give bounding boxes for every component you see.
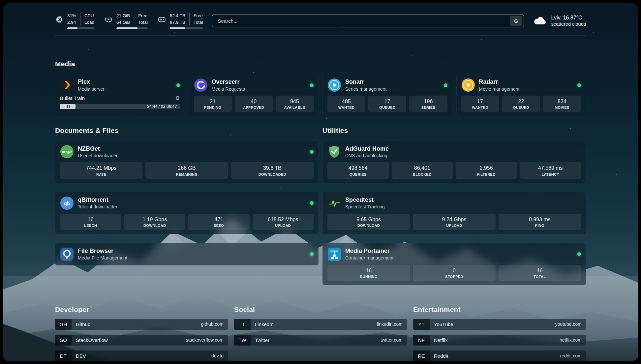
search-input[interactable]: [212, 14, 524, 27]
bookmark-name: Github: [76, 321, 90, 327]
status-dot: [176, 83, 180, 87]
svg-text:qb: qb: [64, 200, 70, 206]
bookmark-url: stackoverflow.com: [186, 337, 224, 343]
ram-metric: 21 GiB Free 64 GiB Total: [104, 13, 148, 29]
bookmark-abbr: GH: [55, 319, 72, 330]
section-media: Media Plex Media server: [55, 60, 586, 116]
bookmark-abbr: SO: [55, 335, 72, 346]
ram-total-value: 64 GiB: [116, 19, 134, 26]
cloud-icon: [533, 16, 547, 26]
service-name: qBittorrent: [78, 197, 117, 204]
sonarr-icon: [327, 78, 341, 92]
stat-blocked: 86,401 BLOCKED: [392, 162, 453, 178]
service-card-speedtest[interactable]: Speedtest Speedtest Tracking 9.65 Gbps D…: [322, 192, 586, 234]
service-subtitle: Torrent downloader: [78, 204, 117, 209]
bookmark-url: netflix.com: [560, 337, 582, 343]
weather-location: Lviv, 16.87°C: [551, 15, 586, 21]
pause-icon[interactable]: [67, 105, 68, 108]
service-name: Sonarr: [345, 78, 386, 86]
service-card-adguard[interactable]: AdGuard Home DNS and adblocking 498,564 …: [322, 140, 586, 183]
stat-rate: 744.21 Mbps RATE: [60, 162, 142, 178]
bookmark-name: StackOverflow: [76, 337, 108, 343]
stat-downloaded: 39.6 TB DOWNLOADED: [231, 162, 314, 178]
bookmark-abbr: YT: [413, 319, 430, 330]
bookmark-name: Twitter: [255, 337, 269, 343]
bookmark-url: github.com: [201, 321, 224, 327]
weather-widget: Lviv, 16.87°C scattered clouds: [533, 15, 586, 27]
gear-icon[interactable]: ⚙: [175, 96, 180, 101]
search-engine-button[interactable]: G: [510, 16, 522, 26]
radarr-icon: [461, 78, 475, 92]
ram-usage-bar: [116, 27, 148, 29]
section-title-developer: Developer: [55, 306, 228, 314]
service-name: Plex: [78, 78, 105, 86]
service-card-plex[interactable]: Plex Media server Bullet Train ⚙ 24:44: [55, 74, 185, 116]
ram-free-value: 21 GiB: [116, 13, 134, 19]
service-card-overseerr[interactable]: Overseerr Media Requests 21 PENDING 40 A…: [189, 74, 319, 116]
bookmark-github[interactable]: GH Github github.com: [55, 319, 228, 330]
bookmark-abbr: TW: [234, 335, 251, 346]
bookmark-name: LinkedIn: [255, 321, 274, 327]
service-card-sonarr[interactable]: Sonarr Series management 485 WANTED 17 Q…: [322, 74, 452, 116]
stat-total: 16 TOTAL: [499, 265, 581, 281]
bookmark-url: linkedin.com: [377, 321, 403, 327]
bookmark-dev[interactable]: DT DEV dev.to: [55, 350, 228, 361]
stat-queued: 22 QUEUED: [502, 96, 540, 112]
memory-icon: [104, 15, 113, 24]
ram-free-label: Free: [134, 13, 148, 19]
service-subtitle: Media server: [78, 86, 105, 92]
service-subtitle: Movie management: [479, 86, 520, 92]
cpu-load-label: Load: [80, 19, 94, 26]
stat-pending: 21 PENDING: [194, 96, 232, 112]
disk-total-label: Total: [189, 19, 203, 26]
bookmark-youtube[interactable]: YT YouTube youtube.com: [413, 319, 586, 330]
bookmark-stackoverflow[interactable]: SO StackOverflow stackoverflow.com: [55, 335, 228, 346]
cpu-load-value: 2.94: [67, 19, 80, 26]
service-card-radarr[interactable]: Radarr Movie management 17 WANTED 22 QUE…: [456, 74, 586, 116]
bookmark-reddit[interactable]: RE Reddit reddit.com: [413, 350, 586, 361]
section-title-social: Social: [234, 306, 407, 314]
bookmark-url: dev.to: [211, 353, 224, 358]
stat-leech: 16 LEECH: [60, 214, 121, 230]
stat-remaining: 266 GB REMAINING: [145, 162, 228, 178]
weather-condition: scattered clouds: [551, 21, 586, 27]
bookmark-abbr: NF: [413, 335, 430, 346]
speedtest-icon: [327, 196, 341, 210]
stat-download: 9.65 Gbps DOWNLOAD: [327, 214, 410, 230]
bookmark-netflix[interactable]: NF Netflix netflix.com: [413, 335, 586, 346]
qbittorrent-icon: qb: [60, 196, 74, 210]
service-subtitle: Series management: [345, 86, 386, 92]
bookmark-url: twitter.com: [381, 337, 403, 343]
service-subtitle: Speedtest Tracking: [345, 204, 385, 209]
bookmark-group-developer: Developer GH Github github.com SO StackO…: [55, 306, 228, 361]
service-name: Speedtest: [345, 197, 385, 204]
playback-progress-fill: [60, 104, 76, 109]
stat-seed: 471 SEED: [188, 214, 250, 230]
bookmark-name: Reddit: [434, 353, 448, 359]
service-subtitle: Usenet downloader: [78, 153, 118, 158]
stat-queued: 17 QUEUED: [368, 96, 406, 112]
status-dot: [310, 83, 314, 87]
section-title-entertainment: Entertainment: [413, 306, 586, 314]
search-bar: G: [212, 14, 524, 27]
disk-metric: 52.4 TB Free 97.9 TB Total: [158, 13, 203, 29]
stat-download: 1.19 Gbps DOWNLOAD: [124, 214, 186, 230]
service-name: Media Portainer: [345, 248, 393, 255]
adguard-icon: [327, 145, 341, 159]
service-name: File Browser: [78, 248, 127, 255]
ram-total-label: Total: [134, 19, 148, 26]
bookmark-twitter[interactable]: TW Twitter twitter.com: [234, 335, 407, 346]
section-utilities: Utilities: [322, 127, 586, 285]
service-card-qbittorrent[interactable]: qb qBittorrent Torrent downloader 16: [55, 192, 319, 234]
stat-running: 16 RUNNING: [327, 265, 410, 281]
snow-particles: [3, 3, 4, 4]
bookmark-linkedin[interactable]: LI LinkedIn linkedin.com: [234, 319, 407, 330]
playback-progress-bar[interactable]: 24:44 / 02:06:47: [60, 104, 180, 109]
service-card-filebrowser[interactable]: File Browser Media File Management: [55, 243, 319, 265]
status-dot: [577, 83, 581, 87]
service-card-portainer[interactable]: Media Portainer Container management 16 …: [322, 243, 586, 285]
service-subtitle: Container management: [345, 255, 393, 260]
nzbget-icon: nzbget: [60, 145, 74, 159]
stat-latency: 47.569 ms LATENCY: [520, 162, 581, 178]
service-card-nzbget[interactable]: nzbget NZBGet Usenet downloader 744.21 M…: [55, 140, 319, 183]
